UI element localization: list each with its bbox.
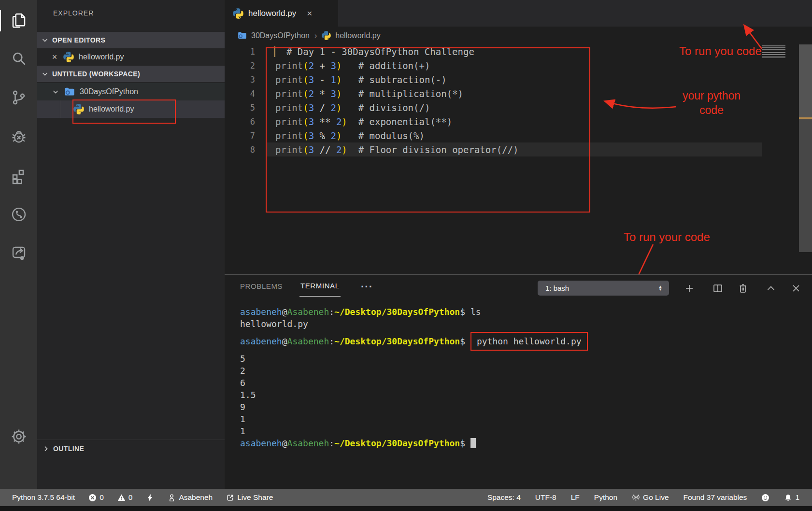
debug-icon[interactable] [10, 128, 28, 145]
status-encoding[interactable]: UTF-8 [535, 493, 556, 502]
section-workspace[interactable]: UNTITLED (WORKSPACE) [37, 66, 225, 82]
maximize-panel-icon[interactable] [762, 280, 780, 297]
terminal-line: helloworld.py [240, 318, 588, 330]
minimap[interactable] [762, 45, 785, 58]
status-live-share[interactable]: Live Share [226, 493, 273, 502]
status-label: UTF-8 [535, 493, 556, 502]
new-terminal-icon[interactable] [681, 280, 698, 297]
terminal-line: 1.5 [240, 389, 588, 401]
split-terminal-icon[interactable] [709, 280, 727, 297]
status-variables-found[interactable]: Found 37 variables [684, 493, 747, 502]
section-label: OPEN EDITORS [52, 36, 105, 44]
tree-item-folder[interactable]: 30DaysOfPython [37, 83, 225, 100]
editor-scrollbar[interactable] [799, 44, 812, 117]
warning-icon [117, 494, 126, 502]
status-bar-left: Python 3.7.5 64-bit00AsabenehLive Share [12, 493, 273, 502]
status-bar: Python 3.7.5 64-bit00AsabenehLive Share … [0, 489, 812, 506]
settings-gear-icon[interactable] [10, 428, 28, 445]
tab-helloworld[interactable]: helloworld.py × [225, 0, 338, 27]
status-feedback-smiley[interactable] [761, 494, 769, 502]
chevron-down-icon [52, 88, 59, 96]
breadcrumb: 30DaysOfPython › helloworld.py [225, 27, 812, 44]
status-python-version[interactable]: Python 3.7.5 64-bit [12, 493, 75, 502]
status-indentation[interactable]: Spaces: 4 [487, 493, 521, 502]
code-text: print(3 ** 2) # exponential(**) [275, 116, 452, 127]
editor-code-area[interactable]: 1 # Day 1 - 30DaysOfPython Challenge2pri… [225, 44, 762, 156]
section-outline[interactable]: OUTLINE [37, 440, 225, 457]
editor-line: 2print(2 + 3) # addition(+) [225, 58, 762, 72]
gitlens-icon[interactable] [10, 206, 28, 223]
explorer-icon[interactable] [10, 11, 28, 28]
status-label: Live Share [237, 493, 273, 502]
explorer-sidebar: EXPLORER OPEN EDITORS × helloworld.py UN… [37, 0, 225, 489]
tree-file-name: helloworld.py [89, 105, 134, 114]
tree-item-file[interactable]: helloworld.py [37, 100, 225, 118]
editor-line: 4print(2 * 3) # multiplication(*) [225, 86, 762, 100]
status-account[interactable]: Asabeneh [168, 493, 213, 502]
status-warnings[interactable]: 0 [117, 493, 133, 502]
sidebar-title: EXPLORER [53, 9, 94, 17]
source-control-icon[interactable] [10, 89, 28, 106]
status-label: LF [571, 493, 580, 502]
close-panel-icon[interactable] [787, 280, 805, 297]
folder-icon [64, 86, 75, 97]
line-number: 3 [225, 75, 255, 85]
breadcrumb-folder[interactable]: 30DaysOfPython [251, 31, 310, 40]
status-label: Python 3.7.5 64-bit [12, 493, 75, 502]
bolt-icon [146, 494, 154, 502]
code-text: # Day 1 - 30DaysOfPython Challenge [275, 46, 474, 57]
python-file-icon [322, 31, 331, 40]
chevron-right-icon [42, 445, 50, 453]
terminal-line: 1 [240, 425, 588, 437]
line-number: 1 [225, 47, 255, 57]
status-label: Asabeneh [179, 493, 213, 502]
terminal-line: asabeneh@Asabeneh:~/Desktop/30DaysOfPyth… [240, 437, 588, 449]
terminal-content[interactable]: asabeneh@Asabeneh:~/Desktop/30DaysOfPyth… [240, 306, 588, 449]
panel-more-actions-icon[interactable]: ··· [361, 281, 373, 293]
status-errors[interactable]: 0 [88, 493, 104, 502]
extensions-icon[interactable] [10, 167, 28, 185]
status-label: Go Live [643, 493, 669, 502]
open-editor-filename: helloworld.py [79, 53, 124, 61]
editor-scrollbar[interactable] [799, 119, 812, 252]
line-number: 5 [225, 103, 255, 113]
status-label: Python [594, 493, 617, 502]
tree-folder-name: 30DaysOfPython [80, 87, 138, 96]
status-feedback-bolt[interactable] [146, 494, 154, 502]
tab-label: helloworld.py [248, 9, 296, 18]
status-language-mode[interactable]: Python [594, 493, 617, 502]
code-text: print(3 // 2) # Floor division operator(… [275, 144, 518, 155]
open-editor-item[interactable]: × helloworld.py [37, 48, 225, 66]
annotation-run-terminal: To run your code [624, 230, 720, 244]
broadcast-icon [632, 494, 640, 502]
terminal-line: 5 [240, 353, 588, 365]
terminal-line: 2 [240, 365, 588, 377]
line-number: 8 [225, 145, 255, 155]
kill-terminal-icon[interactable] [734, 280, 752, 297]
status-label: 0 [100, 493, 104, 502]
window-edge [0, 506, 812, 511]
status-go-live[interactable]: Go Live [632, 493, 669, 502]
section-label: UNTITLED (WORKSPACE) [52, 70, 140, 78]
editor-line: 1 # Day 1 - 30DaysOfPython Challenge [225, 44, 762, 58]
tab-terminal[interactable]: TERMINAL [299, 275, 341, 297]
status-notifications[interactable]: 1 [784, 493, 799, 502]
search-icon[interactable] [10, 50, 28, 67]
python-file-icon [73, 104, 84, 114]
bell-icon [784, 494, 792, 502]
line-number: 6 [225, 117, 255, 127]
breadcrumb-file[interactable]: helloworld.py [335, 31, 380, 40]
shell-selector-dropdown[interactable]: 1: bash ▲▼ [538, 281, 669, 296]
editor-line: 7print(3 % 2) # modulus(%) [225, 128, 762, 142]
terminal-line: 6 [240, 377, 588, 389]
close-icon[interactable]: × [50, 52, 59, 62]
close-icon[interactable]: × [307, 8, 312, 19]
liveshare-box-icon [226, 494, 234, 502]
section-open-editors[interactable]: OPEN EDITORS [37, 32, 225, 48]
shell-selector-value: 1: bash [545, 284, 569, 292]
annotation-box-command: python helloworld.py [470, 332, 588, 351]
tab-problems[interactable]: PROBLEMS [240, 275, 283, 297]
chevron-down-icon [41, 70, 49, 78]
status-eol[interactable]: LF [571, 493, 580, 502]
live-share-icon[interactable] [10, 244, 28, 262]
